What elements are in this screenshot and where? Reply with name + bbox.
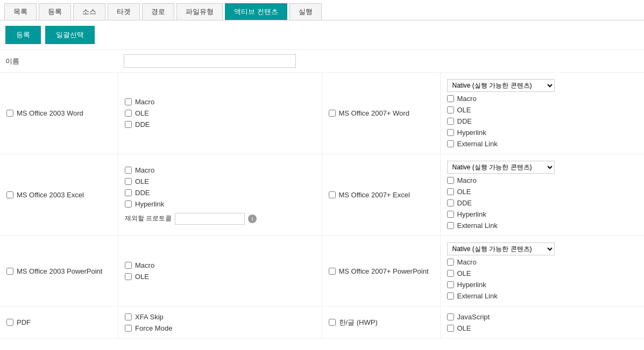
name-label: 이름: [5, 56, 113, 66]
file-row-pdf: PDF XFA Skip Force Mode 한/글 (HWP) JavaSc…: [0, 306, 644, 339]
checkbox-right-ms-office-2003-excel[interactable]: MS Office 2007+ Excel: [329, 191, 434, 199]
cell-right-options-pdf: JavaScript OLE: [441, 306, 645, 338]
protocol-input-ms-office-2003-excel[interactable]: [175, 213, 245, 225]
cell-right-ms-office-2003-word: MS Office 2007+ Word: [322, 73, 441, 154]
checkbox-right-ms-office-2003-excel-dde[interactable]: DDE: [447, 199, 638, 207]
tab-target[interactable]: 타겟: [108, 3, 140, 20]
register-button[interactable]: 등록: [5, 26, 41, 44]
cell-left-ms-office-2003-excel: MS Office 2003 Excel: [0, 154, 118, 235]
checkbox-right-ms-office-2003-powerpoint-ole[interactable]: OLE: [447, 269, 638, 277]
tab-active-content[interactable]: 액티브 컨텐츠: [225, 3, 287, 20]
checkbox-right-ms-office-2003-word-ole[interactable]: OLE: [447, 106, 638, 114]
checkbox-right-ms-office-2003-powerpoint[interactable]: MS Office 2007+ PowerPoint: [329, 267, 434, 275]
cell-right-options-ms-office-2003-word: Native (실행 가능한 콘텐츠)RemoveBlock Macro OLE…: [441, 73, 645, 154]
tab-filetype[interactable]: 파일유형: [176, 3, 223, 20]
checkbox-right-ms-office-2003-word[interactable]: MS Office 2007+ Word: [329, 109, 434, 117]
checkbox-right-pdf-javascript[interactable]: JavaScript: [447, 313, 638, 321]
checkbox-pdf-xfa-skip[interactable]: XFA Skip: [125, 313, 315, 321]
tab-path[interactable]: 경로: [142, 3, 174, 20]
checkbox-ms-office-2003-excel-macro[interactable]: Macro: [125, 166, 315, 174]
checkbox-right-ms-office-2003-powerpoint-external-link[interactable]: External Link: [447, 292, 638, 300]
cell-left-pdf: PDF: [0, 306, 118, 338]
cell-left-options-ms-office-2003-excel: Macro OLE DDE Hyperlink 제외할 프로토콜 i: [118, 154, 322, 235]
cell-left-options-ms-office-2003-powerpoint: Macro OLE: [118, 236, 322, 306]
checkbox-right-ms-office-2003-excel-macro[interactable]: Macro: [447, 176, 638, 184]
cell-right-options-ms-office-2003-excel: Native (실행 가능한 콘텐츠)RemoveBlock Macro OLE…: [441, 154, 645, 235]
cell-right-ms-office-2003-powerpoint: MS Office 2007+ PowerPoint: [322, 236, 441, 306]
checkbox-ms-office-2003-excel-hyperlink[interactable]: Hyperlink: [125, 200, 315, 208]
protocol-row-ms-office-2003-excel: 제외할 프로토콜 i: [125, 213, 315, 225]
file-row-ms-office-2003-excel: MS Office 2003 Excel Macro OLE DDE Hyper…: [0, 154, 644, 236]
checkbox-ms-office-2003-word-dde[interactable]: DDE: [125, 120, 315, 128]
checkbox-right-ms-office-2003-excel-external-link[interactable]: External Link: [447, 222, 638, 230]
name-input[interactable]: [124, 54, 296, 68]
checkbox-right-pdf-ole[interactable]: OLE: [447, 324, 638, 332]
cell-left-options-pdf: XFA Skip Force Mode: [118, 306, 322, 338]
dropdown-ms-office-2003-word[interactable]: Native (실행 가능한 콘텐츠)RemoveBlock: [447, 79, 555, 92]
select-all-button[interactable]: 일괄선택: [45, 26, 95, 44]
checkbox-ms-office-2003-powerpoint[interactable]: MS Office 2003 PowerPoint: [6, 267, 111, 275]
checkbox-right-ms-office-2003-powerpoint-macro[interactable]: Macro: [447, 258, 638, 266]
file-row-ms-office-2003-word: MS Office 2003 Word Macro OLE DDE MS Off…: [0, 73, 644, 154]
checkbox-right-ms-office-2003-excel-hyperlink[interactable]: Hyperlink: [447, 210, 638, 218]
file-row-ms-office-2003-powerpoint: MS Office 2003 PowerPoint Macro OLE MS O…: [0, 236, 644, 306]
checkbox-ms-office-2003-word[interactable]: MS Office 2003 Word: [6, 109, 111, 117]
dropdown-ms-office-2003-excel[interactable]: Native (실행 가능한 콘텐츠)RemoveBlock: [447, 161, 555, 174]
tab-list[interactable]: 목록: [4, 3, 37, 20]
checkbox-ms-office-2003-word-ole[interactable]: OLE: [125, 109, 315, 117]
checkbox-right-ms-office-2003-excel-ole[interactable]: OLE: [447, 188, 638, 196]
cell-right-pdf: 한/글 (HWP): [322, 306, 441, 338]
checkbox-ms-office-2003-powerpoint-macro[interactable]: Macro: [125, 261, 315, 269]
checkbox-right-ms-office-2003-word-macro[interactable]: Macro: [447, 95, 638, 103]
tab-run[interactable]: 실행: [289, 3, 322, 20]
content-area: MS Office 2003 Word Macro OLE DDE MS Off…: [0, 73, 644, 339]
checkbox-ms-office-2003-excel[interactable]: MS Office 2003 Excel: [6, 191, 111, 199]
cell-right-ms-office-2003-excel: MS Office 2007+ Excel: [322, 154, 441, 235]
checkbox-right-ms-office-2003-word-dde[interactable]: DDE: [447, 117, 638, 125]
cell-left-options-ms-office-2003-word: Macro OLE DDE: [118, 73, 322, 154]
checkbox-right-ms-office-2003-word-external-link[interactable]: External Link: [447, 140, 638, 148]
tab-source[interactable]: 소스: [73, 3, 105, 20]
checkbox-right-ms-office-2003-word-hyperlink[interactable]: Hyperlink: [447, 128, 638, 137]
checkbox-right-pdf[interactable]: 한/글 (HWP): [329, 318, 434, 327]
cell-right-options-ms-office-2003-powerpoint: Native (실행 가능한 콘텐츠)RemoveBlock Macro OLE…: [441, 236, 645, 306]
name-row: 이름: [0, 50, 644, 73]
info-icon[interactable]: i: [248, 215, 257, 223]
protocol-label: 제외할 프로토콜: [125, 214, 172, 223]
cell-left-ms-office-2003-word: MS Office 2003 Word: [0, 73, 118, 154]
checkbox-ms-office-2003-excel-ole[interactable]: OLE: [125, 177, 315, 185]
checkbox-ms-office-2003-excel-dde[interactable]: DDE: [125, 189, 315, 197]
cell-left-ms-office-2003-powerpoint: MS Office 2003 PowerPoint: [0, 236, 118, 306]
dropdown-ms-office-2003-powerpoint[interactable]: Native (실행 가능한 콘텐츠)RemoveBlock: [447, 242, 555, 255]
tab-bar: 목록등록소스타겟경로파일유형액티브 컨텐츠실행: [0, 0, 644, 20]
checkbox-ms-office-2003-word-macro[interactable]: Macro: [125, 98, 315, 106]
checkbox-pdf-force-mode[interactable]: Force Mode: [125, 324, 315, 332]
checkbox-pdf[interactable]: PDF: [6, 318, 111, 326]
tab-register[interactable]: 등록: [39, 3, 71, 20]
toolbar: 등록 일괄선택: [0, 20, 644, 50]
checkbox-right-ms-office-2003-powerpoint-hyperlink[interactable]: Hyperlink: [447, 281, 638, 289]
checkbox-ms-office-2003-powerpoint-ole[interactable]: OLE: [125, 273, 315, 281]
